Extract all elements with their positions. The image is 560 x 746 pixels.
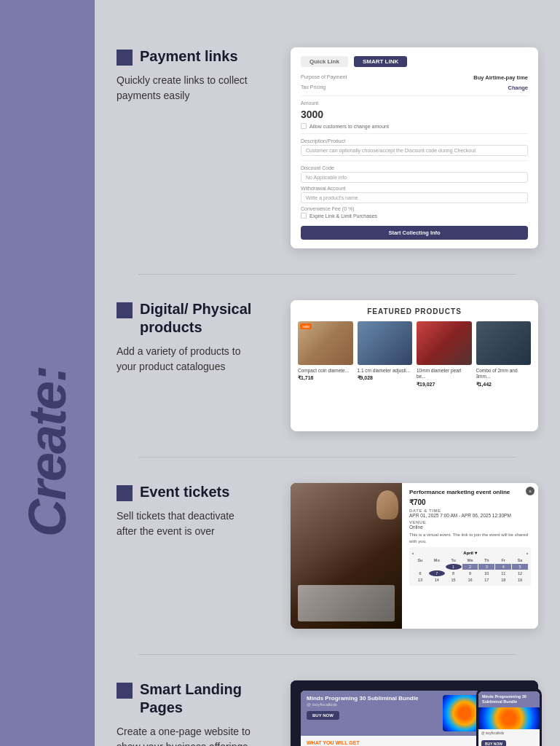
event-price: ₹700 (409, 498, 531, 506)
product-name-4: Combo of 2mm and 3mm... (476, 368, 532, 380)
tax-value[interactable]: Change (508, 85, 528, 91)
cal-day-we: We (462, 557, 478, 563)
product-price-2: ₹9,028 (358, 375, 413, 381)
feature-title-products: Digital/ Physical products (140, 300, 255, 337)
cal-d15[interactable]: 15 (446, 577, 462, 583)
product-card-1: sale Compact coin diamete... ₹1,716 (298, 321, 353, 388)
bank-label: Withdrawal Account (301, 186, 528, 191)
phone-body: @ isoyfocalkids BUY NOW ⦿ Meditation Mus… (478, 729, 540, 746)
event-title: Performance marketing event online (409, 489, 531, 496)
divider-1 (301, 95, 528, 96)
cal-month[interactable]: April ▾ (463, 550, 476, 555)
buy-now-btn[interactable]: BUY NOW (307, 711, 339, 720)
product-img-3 (417, 321, 472, 365)
phone-screen: Minds Programming 30 Subliminal Bundle @… (478, 691, 540, 746)
event-mockup: Performance marketing event online ₹700 … (291, 483, 538, 629)
cal-d9[interactable]: 9 (462, 570, 478, 576)
products-grid: sale Compact coin diamete... ₹1,716 1.1 … (298, 321, 531, 388)
feature-header-events: Event tickets (117, 483, 255, 501)
cal-day-th: Th (478, 557, 494, 563)
cal-d17[interactable]: 17 (478, 577, 494, 583)
phone-buy-btn[interactable]: BUY NOW (481, 740, 506, 746)
cal-d5[interactable]: 5 (512, 564, 528, 570)
feature-icon-products (117, 302, 133, 318)
cal-next[interactable]: › (527, 551, 528, 555)
phone-header: Minds Programming 30 Subliminal Bundle (478, 691, 540, 707)
product-name-1: Compact coin diamete... (298, 368, 353, 374)
product-price-3: ₹19,027 (417, 382, 472, 388)
products-mockup-container: FEATURED PRODUCTS sale Compact coin diam… (291, 300, 538, 431)
desc-input[interactable]: Customer can optionally choose/accept th… (301, 145, 528, 156)
event-laptop (298, 585, 395, 621)
purpose-value: Buy Airtime-pay time (473, 74, 528, 81)
divider-2 (301, 133, 528, 134)
tax-label: Tax Pricing (301, 85, 326, 91)
feature-text-events: Event tickets Sell tickets that deactiva… (117, 483, 262, 539)
feature-section-events: Event tickets Sell tickets that deactiva… (117, 458, 538, 654)
cal-d1[interactable]: 1 (446, 564, 462, 570)
cal-d11[interactable]: 11 (495, 570, 511, 576)
cal-d3[interactable]: 3 (478, 564, 494, 570)
cal-d4[interactable]: 4 (495, 564, 511, 570)
product-price-4: ₹1,442 (476, 382, 532, 388)
feature-header-landing: Smart Landing Pages (117, 680, 255, 717)
amount-value: 3000 (301, 109, 528, 120)
start-collecting-btn[interactable]: Start Collecting Info (301, 226, 528, 240)
tax-row: Tax Pricing Change (301, 85, 528, 91)
feature-desc-landing: Create a one-page website to show your b… (117, 724, 255, 746)
event-desc: This is a virtual event. The link to joi… (409, 532, 531, 544)
feature-section-landing: Smart Landing Pages Create a one-page we… (117, 655, 538, 746)
cal-d14[interactable]: 14 (429, 577, 445, 583)
product-img-1: sale (298, 321, 353, 365)
cal-d2[interactable]: 2 (462, 564, 478, 570)
cal-d8[interactable]: 8 (446, 570, 462, 576)
purpose-row: Purpose of Payment Buy Airtime-pay time (301, 74, 528, 81)
cal-prev[interactable]: ‹ (412, 551, 414, 555)
landing-mockup-container: Minds Programing 30 Subliminal Bundle @ … (291, 680, 538, 746)
phone-frame: Minds Programming 30 Subliminal Bundle @… (476, 688, 542, 746)
cal-d16[interactable]: 16 (462, 577, 478, 583)
landing-header: Minds Programing 30 Subliminal Bundle @ … (301, 691, 492, 736)
landing-mockup: Minds Programing 30 Subliminal Bundle @ … (291, 680, 538, 746)
product-card-3: 10mm diameter pearl be... ₹19,027 (417, 321, 472, 388)
feature-text-products: Digital/ Physical products Add a variety… (117, 300, 262, 374)
cal-d7[interactable]: 7 (429, 570, 445, 576)
expire-checkbox-icon[interactable] (301, 213, 307, 219)
landing-title-block: Minds Programing 30 Subliminal Bundle @ … (307, 695, 437, 720)
divider-3 (301, 160, 528, 161)
product-img-bg-4 (476, 321, 532, 365)
cal-header: ‹ April ▾ › (412, 550, 528, 555)
cal-d10[interactable]: 10 (478, 570, 494, 576)
tab-quick-link[interactable]: Quick Link (301, 56, 348, 67)
expire-text: Expire Link & Limit Purchases (309, 213, 377, 219)
landing-subtitle: @ isoyfocalkids (307, 702, 437, 707)
payment-mockup: Quick Link SMART LINK Purpose of Payment… (291, 47, 538, 248)
cal-d19[interactable]: 19 (512, 577, 528, 583)
sidebar-label: Create: (17, 366, 77, 536)
product-badge-1: sale (300, 323, 312, 329)
checkbox-row: Allow customers to change amount (301, 123, 528, 129)
landing-main-title: Minds Programing 30 Subliminal Bundle (307, 695, 437, 702)
payment-tabs: Quick Link SMART LINK (301, 56, 528, 67)
cal-d6[interactable]: 6 (412, 570, 428, 576)
event-venue-val: Online (409, 525, 531, 530)
cal-d13[interactable]: 13 (412, 577, 428, 583)
event-close-btn[interactable]: × (526, 487, 535, 495)
cal-grid: Su Mo Tu We Th Fr Sa 1 2 3 4 (412, 557, 528, 583)
feature-icon-payment (117, 50, 133, 66)
cal-d18[interactable]: 18 (495, 577, 511, 583)
product-price-1: ₹1,716 (298, 375, 353, 381)
cal-day-fr: Fr (495, 557, 511, 563)
feature-header-payment: Payment links (117, 47, 255, 66)
checkbox-icon[interactable] (301, 123, 307, 129)
discount-input[interactable]: No Applicable info (301, 172, 528, 183)
fee-label: Convenience Fee (0 %) (301, 206, 528, 211)
cal-d12[interactable]: 12 (512, 570, 528, 576)
tab-smart-link[interactable]: SMART LINK (354, 56, 407, 67)
event-mockup-container: Performance marketing event online ₹700 … (291, 483, 538, 629)
feature-title-events: Event tickets (140, 483, 229, 501)
product-img-4 (476, 321, 532, 365)
cal-d0b (429, 564, 445, 570)
event-details: Performance marketing event online ₹700 … (402, 483, 538, 629)
bank-input[interactable]: Write a product's name (301, 192, 528, 203)
